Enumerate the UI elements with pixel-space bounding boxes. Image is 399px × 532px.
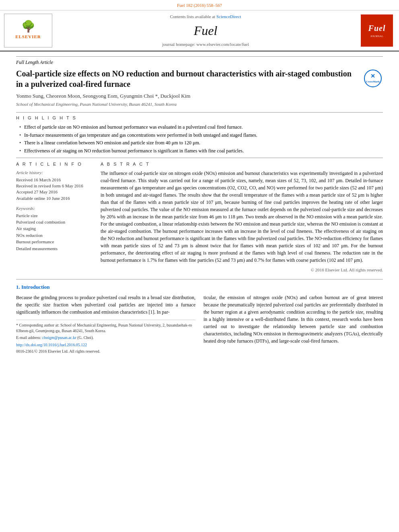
online-line: Available online 10 June 2016: [16, 195, 93, 201]
authors-text: Yonmo Sung, Cheoreon Moon, Seongyong Eom…: [16, 93, 190, 99]
article-title: Coal-particle size effects on NO reducti…: [16, 68, 383, 89]
abstract-col: A B S T R A C T The influence of coal-pa…: [101, 161, 383, 273]
citation-bar: Fuel 182 (2016) 558–567: [0, 0, 399, 10]
doi-link[interactable]: http://dx.doi.org/10.1016/j.fuel.2016.05…: [16, 342, 195, 348]
journal-header: 🌳 ELSEVIER Contents lists available at S…: [0, 10, 399, 51]
fuel-logo-box: Fuel JOURNAL: [361, 14, 393, 47]
highlights-list: Effect of particle size on NO emission a…: [16, 124, 383, 154]
accepted-line: Accepted 27 May 2016: [16, 189, 93, 195]
intro-para1: Because the grinding process to produce …: [16, 294, 195, 316]
crossmark-icon: ✕ CrossMark: [364, 70, 382, 87]
history-label: Article history:: [16, 170, 93, 176]
keyword-item: Pulverized coal combustion: [16, 219, 93, 225]
elsevier-label: ELSEVIER: [15, 34, 41, 40]
keywords-block: Keywords: Particle size Pulverized coal …: [16, 205, 93, 252]
fuel-logo-subtitle: JOURNAL: [370, 35, 383, 39]
abstract-text: The influence of coal-particle size on n…: [101, 170, 383, 264]
article-history-block: Article history: Received 16 March 2016 …: [16, 170, 93, 201]
revised-line: Received in revised form 6 May 2016: [16, 183, 93, 189]
highlights-label: H I G H L I G H T S: [16, 115, 383, 121]
intro-para2: ticular, the emission of nitrogen oxide …: [204, 294, 383, 345]
crossmark-badge: ✕ CrossMark: [363, 68, 383, 88]
affiliation: School of Mechanical Engineering, Pusan …: [16, 101, 383, 107]
article-type: Full Length Article: [16, 56, 383, 66]
email-line: E-mail address: choigm@pusan.ac.kr (G. C…: [16, 335, 195, 341]
highlight-item: There is a linear correlation between NO…: [19, 140, 383, 146]
keywords-label: Keywords:: [16, 205, 93, 212]
corresponding-footnote: * Corresponding author at: School of Mec…: [16, 322, 195, 334]
highlights-divider: [16, 112, 383, 113]
keyword-item: NOx reduction: [16, 232, 93, 238]
journal-name: Fuel: [194, 22, 218, 40]
abstract-content: The influence of coal-particle size on n…: [101, 170, 383, 263]
abstract-label: A B S T R A C T: [101, 161, 383, 167]
journal-homepage: journal homepage: www.elsevier.com/locat…: [162, 41, 249, 47]
journal-center-info: Contents lists available at ScienceDirec…: [56, 14, 355, 47]
introduction-section: 1. Introduction Because the grinding pro…: [16, 279, 383, 354]
highlight-item: In-furnace measurements of gas temperatu…: [19, 132, 383, 139]
article-info-col: A R T I C L E I N F O Article history: R…: [16, 161, 93, 273]
article-info-label: A R T I C L E I N F O: [16, 161, 93, 167]
authors: Yonmo Sung, Cheoreon Moon, Seongyong Eom…: [16, 92, 383, 100]
received-line: Received 16 March 2016: [16, 177, 93, 183]
sciencedirect-anchor[interactable]: ScienceDirect: [216, 14, 241, 19]
elsevier-logo: 🌳 ELSEVIER: [4, 14, 52, 47]
fuel-logo-right: Fuel JOURNAL: [359, 14, 395, 47]
intro-left-col: Because the grinding process to produce …: [16, 294, 195, 354]
email-label: E-mail address:: [16, 335, 41, 340]
footnote-area: * Corresponding author at: School of Mec…: [16, 320, 195, 354]
copyright-line: © 2016 Elsevier Ltd. All rights reserved…: [101, 267, 383, 273]
main-content: Full Length Article Coal-particle size e…: [0, 51, 399, 359]
keyword-item: Air staging: [16, 226, 93, 232]
email-suffix: (G. Choi).: [77, 335, 94, 340]
email-link[interactable]: choigm@pusan.ac.kr: [42, 335, 76, 340]
sciencedirect-link: Contents lists available at ScienceDirec…: [170, 14, 241, 20]
intro-right-col: ticular, the emission of nitrogen oxide …: [204, 294, 383, 354]
intro-two-col: Because the grinding process to produce …: [16, 294, 383, 354]
highlight-item: Effectiveness of air staging on NO reduc…: [19, 148, 383, 154]
keyword-item: Burnout performance: [16, 239, 93, 245]
keyword-item: Detailed measurements: [16, 246, 93, 252]
introduction-heading: 1. Introduction: [16, 283, 383, 291]
two-col-section: A R T I C L E I N F O Article history: R…: [16, 158, 383, 273]
highlight-item: Effect of particle size on NO emission a…: [19, 124, 383, 131]
keyword-item: Particle size: [16, 213, 93, 219]
article-title-text: Coal-particle size effects on NO reducti…: [16, 69, 352, 88]
citation-text: Fuel 182 (2016) 558–567: [177, 3, 222, 8]
fuel-logo-text: Fuel: [368, 23, 386, 34]
elsevier-tree-icon: 🌳: [21, 21, 35, 32]
issn-line: 0016-2361/© 2016 Elsevier Ltd. All right…: [16, 349, 195, 354]
doi-text: http://dx.doi.org/10.1016/j.fuel.2016.05…: [16, 343, 87, 347]
page-wrapper: Fuel 182 (2016) 558–567 🌳 ELSEVIER Conte…: [0, 0, 399, 359]
keywords-list: Particle size Pulverized coal combustion…: [16, 213, 93, 252]
